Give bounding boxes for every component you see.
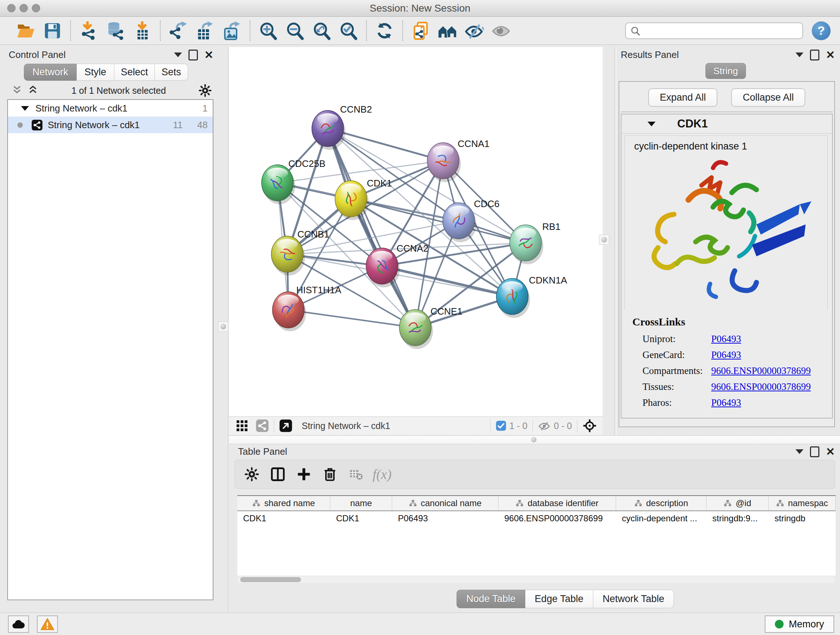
warnings-button[interactable] — [37, 616, 58, 633]
tab-network-table[interactable]: Network Table — [593, 590, 674, 608]
crosslink-link[interactable]: 9606.ENSP00000378699 — [711, 381, 811, 393]
table-cell[interactable]: CDK1 — [330, 511, 392, 526]
zoom-in-button[interactable] — [257, 19, 279, 42]
column-header-name[interactable]: name — [330, 496, 392, 510]
network-canvas[interactable]: CCNB2CCNA1CDC25BCDK1CDC6RB1CCNB1CCNA2CDK… — [229, 47, 603, 416]
hidden-eye-icon[interactable] — [538, 420, 551, 432]
panel-close-icon[interactable]: ✕ — [826, 447, 835, 457]
gene-collapse-icon[interactable] — [647, 122, 655, 126]
panel-float-icon[interactable] — [810, 447, 819, 457]
network-edge[interactable] — [288, 310, 415, 328]
first-neighbors-button[interactable] — [437, 19, 458, 42]
column-header-description[interactable]: description — [616, 496, 706, 510]
horizontal-splitter-grip[interactable] — [531, 437, 537, 442]
help-button[interactable]: ? — [812, 21, 831, 40]
search-input[interactable] — [625, 22, 803, 39]
panel-close-icon[interactable]: ✕ — [826, 50, 835, 60]
function-builder-button[interactable]: f(x) — [371, 464, 393, 485]
network-edge[interactable] — [382, 266, 512, 296]
crosslink-link[interactable]: P06493 — [711, 333, 741, 345]
right-splitter[interactable] — [614, 47, 615, 435]
cloud-status-button[interactable] — [8, 616, 29, 633]
table-cell[interactable]: cyclin-dependent ... — [616, 511, 706, 526]
column-header-shared-name[interactable]: shared name — [237, 496, 330, 510]
show-all-button[interactable] — [490, 19, 512, 42]
gear-icon[interactable] — [198, 84, 212, 97]
table-row[interactable]: CDK1CDK1P064939606.ENSP00000378699cyclin… — [237, 511, 836, 526]
network-collection-row[interactable]: String Network – cdk1 1 — [8, 100, 213, 117]
panel-menu-icon[interactable] — [174, 52, 182, 57]
birdseye-view-icon[interactable] — [279, 419, 292, 432]
panel-float-icon[interactable] — [188, 50, 198, 60]
column-header-@id[interactable]: @id — [706, 496, 769, 510]
expand-all-button[interactable]: Expand All — [648, 88, 718, 107]
collapse-all-button[interactable]: Collapse All — [731, 88, 805, 107]
show-columns-button[interactable] — [267, 464, 288, 485]
network-node-CDC6[interactable]: CDC6 — [443, 198, 500, 242]
import-network-database-button[interactable] — [104, 19, 126, 42]
network-node-CCNB2[interactable]: CCNB2 — [312, 104, 372, 150]
add-column-button[interactable] — [294, 464, 314, 485]
column-header-canonical-name[interactable]: canonical name — [392, 496, 499, 510]
tab-sets[interactable]: Sets — [155, 64, 188, 81]
left-splitter-grip[interactable] — [218, 321, 228, 332]
column-header-namespac[interactable]: namespac — [769, 496, 836, 510]
delete-column-button[interactable] — [319, 464, 340, 485]
scrollbar-thumb[interactable] — [240, 577, 301, 582]
table-cell[interactable]: CDK1 — [237, 511, 330, 526]
hide-selected-button[interactable] — [463, 19, 485, 42]
panel-float-icon[interactable] — [810, 50, 819, 60]
table-cell[interactable]: stringdb:9... — [706, 511, 769, 526]
network-edge[interactable] — [328, 128, 415, 328]
zoom-out-button[interactable] — [284, 19, 306, 42]
tab-node-table[interactable]: Node Table — [456, 590, 525, 608]
network-node-CDK1[interactable]: CDK1 — [335, 178, 392, 220]
import-table-button[interactable] — [131, 19, 153, 42]
import-network-file-button[interactable] — [78, 19, 99, 42]
right-splitter-grip[interactable] — [599, 234, 609, 245]
crosslink-link[interactable]: 9606.ENSP00000378699 — [711, 365, 811, 377]
grid-view-icon[interactable] — [235, 419, 248, 432]
network-row[interactable]: String Network – cdk1 11 48 — [8, 117, 213, 133]
network-node-RB1[interactable]: RB1 — [510, 221, 561, 264]
network-node-CCNA2[interactable]: CCNA2 — [366, 243, 428, 287]
clone-network-button[interactable] — [410, 19, 431, 42]
tab-string[interactable]: String — [706, 63, 746, 79]
panel-close-icon[interactable]: ✕ — [204, 50, 213, 60]
crosslink-link[interactable]: P06493 — [711, 349, 741, 361]
panel-menu-icon[interactable] — [796, 52, 804, 57]
network-node-HIST1H1A[interactable]: HIST1H1A — [272, 285, 341, 331]
tab-network[interactable]: Network — [24, 64, 77, 81]
network-view-icon[interactable] — [256, 419, 269, 432]
zoom-fit-button[interactable] — [311, 19, 332, 42]
table-cell[interactable]: stringdb — [769, 511, 836, 526]
panel-menu-icon[interactable] — [796, 449, 804, 454]
network-node-CDKN1A[interactable]: CDKN1A — [496, 275, 567, 318]
memory-button[interactable]: Memory — [765, 616, 834, 633]
export-image-button[interactable] — [221, 19, 243, 42]
crosslink-link[interactable]: P06493 — [711, 397, 741, 409]
tab-edge-table[interactable]: Edge Table — [525, 590, 593, 608]
table-cell[interactable]: P06493 — [392, 511, 499, 526]
save-session-button[interactable] — [42, 19, 63, 42]
fit-content-icon[interactable] — [583, 418, 597, 433]
gene-header-row[interactable]: CDK1 — [622, 114, 832, 134]
table-settings-button[interactable] — [241, 464, 262, 485]
delete-table-button[interactable] — [346, 464, 366, 485]
network-node-CCNE1[interactable]: CCNE1 — [399, 306, 462, 349]
export-network-button[interactable] — [167, 19, 189, 42]
refresh-view-button[interactable] — [374, 19, 395, 42]
tab-style[interactable]: Style — [77, 64, 114, 81]
export-table-button[interactable] — [194, 19, 216, 42]
table-cell[interactable]: 9606.ENSP00000378699 — [499, 511, 616, 526]
network-node-CDC25B[interactable]: CDC25B — [262, 158, 325, 204]
columns-icon — [270, 466, 286, 482]
expand-all-icon[interactable] — [27, 84, 39, 97]
selected-checkbox-icon[interactable] — [496, 420, 507, 431]
column-header-database-identifier[interactable]: database identifier — [499, 496, 616, 510]
tab-select[interactable]: Select — [114, 64, 155, 81]
collapse-all-icon[interactable] — [11, 84, 23, 97]
zoom-selected-button[interactable] — [338, 19, 359, 42]
open-session-button[interactable] — [15, 19, 36, 42]
collection-collapse-icon[interactable] — [21, 106, 29, 111]
